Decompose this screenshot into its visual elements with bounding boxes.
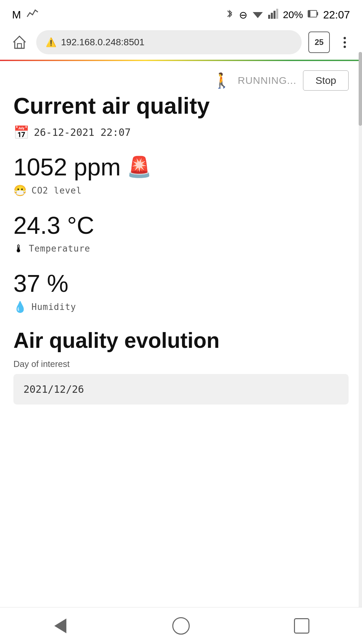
co2-label: CO2 level — [32, 185, 82, 196]
more-options-button[interactable] — [337, 34, 353, 50]
humidity-label-row: 💧 Humidity — [13, 301, 349, 313]
signal-icon — [268, 9, 278, 21]
date-row: 📅 26-12-2021 22:07 — [13, 125, 349, 140]
co2-value: 1052 ppm — [13, 153, 121, 181]
status-right-icons: ⊖ 20% 22:07 — [225, 8, 350, 22]
stop-button[interactable]: Stop — [303, 70, 349, 91]
chart-icon — [26, 7, 39, 22]
evolution-section-title: Air quality evolution — [13, 328, 349, 353]
svg-rect-4 — [276, 9, 278, 19]
status-left-icons: M — [12, 7, 39, 22]
gmail-icon: M — [12, 9, 21, 21]
temperature-label-row: 🌡 Temperature — [13, 243, 349, 255]
co2-metric-block: 1052 ppm 🚨 😷 CO2 level — [13, 153, 349, 197]
temperature-metric-block: 24.3 °C 🌡 Temperature — [13, 212, 349, 255]
temperature-label: Temperature — [29, 244, 90, 254]
running-person-icon: 🚶 — [213, 72, 231, 89]
svg-marker-0 — [253, 12, 263, 18]
temperature-value: 24.3 °C — [13, 212, 94, 239]
browser-bar: ⚠️ 192.168.0.248:8501 25 — [0, 27, 362, 60]
co2-alert-icon: 🚨 — [127, 155, 152, 179]
scrollbar[interactable] — [359, 52, 362, 644]
co2-label-icon: 😷 — [13, 184, 27, 197]
doi-label: Day of interest — [13, 359, 349, 369]
page-title: Current air quality — [13, 93, 349, 118]
dot-2 — [344, 41, 346, 44]
doi-input[interactable] — [13, 374, 349, 405]
svg-rect-1 — [268, 15, 270, 19]
temperature-value-row: 24.3 °C — [13, 212, 349, 239]
svg-rect-6 — [317, 12, 318, 15]
dot-1 — [344, 37, 346, 39]
home-button[interactable] — [9, 32, 29, 52]
clock: 22:07 — [323, 9, 350, 21]
recents-square-icon — [294, 618, 309, 634]
svg-rect-2 — [271, 13, 273, 19]
status-bar: M ⊖ 20% — [0, 0, 362, 27]
running-header: 🚶 RUNNING... Stop — [13, 70, 349, 91]
running-status-text: RUNNING... — [238, 75, 296, 86]
nav-home-button[interactable] — [164, 612, 198, 639]
humidity-label: Humidity — [32, 302, 76, 312]
humidity-value: 37 % — [13, 270, 68, 297]
nav-recents-button[interactable] — [285, 612, 318, 639]
humidity-value-row: 37 % — [13, 270, 349, 297]
nav-bar — [0, 607, 362, 644]
date-value: 26-12-2021 22:07 — [34, 126, 131, 138]
nav-back-button[interactable] — [44, 612, 77, 639]
tab-count-button[interactable]: 25 — [308, 32, 330, 53]
wifi-icon — [252, 9, 263, 21]
security-warning-icon: ⚠️ — [46, 37, 56, 48]
address-text: 192.168.0.248:8501 — [61, 37, 144, 48]
dnd-icon: ⊖ — [239, 9, 247, 21]
svg-rect-3 — [274, 11, 276, 19]
droplet-icon: 💧 — [13, 301, 27, 313]
humidity-metric-block: 37 % 💧 Humidity — [13, 270, 349, 313]
scrollbar-thumb[interactable] — [359, 52, 362, 126]
battery-percent: 20% — [283, 9, 303, 20]
dot-3 — [344, 46, 346, 48]
address-bar[interactable]: ⚠️ 192.168.0.248:8501 — [36, 30, 302, 54]
svg-rect-7 — [308, 11, 310, 17]
back-arrow-icon — [54, 619, 66, 633]
bluetooth-icon — [225, 8, 234, 22]
co2-label-row: 😷 CO2 level — [13, 184, 349, 197]
calendar-icon: 📅 — [13, 125, 29, 140]
co2-value-row: 1052 ppm 🚨 — [13, 153, 349, 181]
main-content: 🚶 RUNNING... Stop Current air quality 📅 … — [0, 61, 362, 414]
battery-icon — [308, 9, 318, 21]
svg-rect-8 — [17, 44, 21, 48]
home-circle-icon — [172, 617, 190, 635]
thermometer-icon: 🌡 — [13, 243, 24, 255]
